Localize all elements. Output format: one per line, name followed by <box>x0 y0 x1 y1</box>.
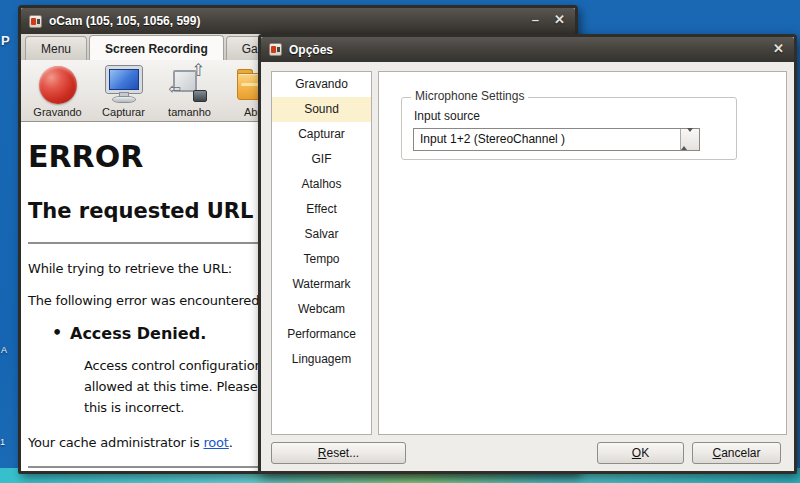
desktop-icon-label-fragment: A <box>1 345 7 355</box>
ocam-app-icon <box>269 43 282 56</box>
record-button[interactable]: Gravando <box>29 62 86 120</box>
input-source-select[interactable]: Input 1+2 (StereoChannel ) <box>413 128 700 151</box>
group-title: Microphone Settings <box>411 89 528 103</box>
resize-button[interactable]: ⇧ ⇦ tamanho <box>161 62 218 120</box>
capture-button[interactable]: Capturar <box>95 62 152 120</box>
cache-admin-link[interactable]: root <box>204 435 229 450</box>
capture-label: Capturar <box>102 106 145 118</box>
sidebar-item-tempo[interactable]: Tempo <box>272 247 371 272</box>
ok-button[interactable]: OK <box>597 442 684 464</box>
sidebar-item-watermark[interactable]: Watermark <box>272 272 371 297</box>
dialog-body: Gravando Sound Capturar GIF Atalhos Effe… <box>261 62 794 471</box>
input-source-label: Input source <box>414 109 480 123</box>
minimize-button[interactable]: – <box>532 11 539 29</box>
desktop-background: P A 1 oCam (105, 105, 1056, 599) – ✕ Men… <box>0 0 800 483</box>
arrow-left-icon: ⇦ <box>169 80 182 98</box>
desktop-icon-label-fragment: P <box>1 33 10 48</box>
main-titlebar[interactable]: oCam (105, 105, 1056, 599) – ✕ <box>21 8 575 34</box>
sidebar-item-effect[interactable]: Effect <box>272 197 371 222</box>
options-dialog: Opções ✕ Gravando Sound Capturar GIF Ata… <box>258 34 797 474</box>
dialog-titlebar[interactable]: Opções ✕ <box>261 37 794 62</box>
sidebar-item-capturar[interactable]: Capturar <box>272 122 371 147</box>
options-category-list: Gravando Sound Capturar GIF Atalhos Effe… <box>271 71 372 435</box>
resize-label: tamanho <box>168 106 211 118</box>
tab-menu[interactable]: Menu <box>25 36 87 60</box>
sidebar-item-sound[interactable]: Sound <box>272 97 371 122</box>
sidebar-item-salvar[interactable]: Salvar <box>272 222 371 247</box>
microphone-settings-group: Microphone Settings Input source Input 1… <box>401 97 737 160</box>
arrow-up-icon: ⇧ <box>191 60 205 81</box>
sidebar-item-gravando[interactable]: Gravando <box>272 72 371 97</box>
dialog-title: Opções <box>289 43 333 57</box>
reset-button[interactable]: Reset... <box>271 442 406 464</box>
main-window-title: oCam (105, 105, 1056, 599) <box>49 14 200 28</box>
resize-icon: ⇧ ⇦ <box>170 65 210 105</box>
spinner-icon[interactable] <box>680 129 699 150</box>
sound-settings-panel: Microphone Settings Input source Input 1… <box>378 71 787 435</box>
input-source-value: Input 1+2 (StereoChannel ) <box>420 132 565 146</box>
sidebar-item-gif[interactable]: GIF <box>272 147 371 172</box>
desktop-icon-label-fragment: 1 <box>0 437 5 447</box>
monitor-icon <box>104 65 144 105</box>
cancel-button[interactable]: Cancelar <box>692 442 781 464</box>
sidebar-item-performance[interactable]: Performance <box>272 322 371 347</box>
record-label: Gravando <box>33 106 81 118</box>
sidebar-item-linguagem[interactable]: Linguagem <box>272 347 371 372</box>
tab-screen-recording[interactable]: Screen Recording <box>89 35 224 60</box>
ocam-app-icon <box>29 15 42 28</box>
close-icon[interactable]: ✕ <box>554 11 565 29</box>
close-icon[interactable]: ✕ <box>773 40 784 58</box>
record-icon <box>39 65 77 105</box>
sidebar-item-webcam[interactable]: Webcam <box>272 297 371 322</box>
sidebar-item-atalhos[interactable]: Atalhos <box>272 172 371 197</box>
